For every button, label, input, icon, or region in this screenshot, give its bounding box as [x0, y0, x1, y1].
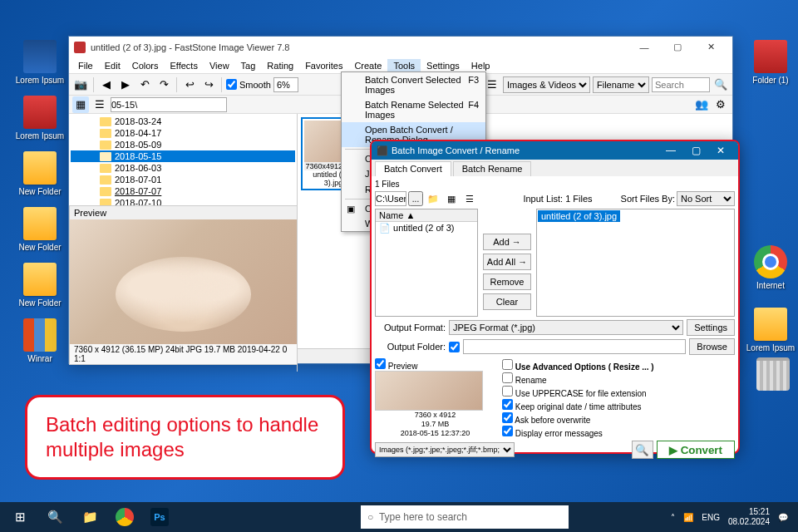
input-file-list[interactable]: untitled (2 of 3).jpg: [536, 209, 735, 317]
language-indicator[interactable]: ENG: [702, 513, 720, 522]
menu-colors[interactable]: Colors: [126, 59, 165, 72]
explorer-icon[interactable]: 📁: [73, 504, 106, 530]
desktop-icon-app[interactable]: Lorem Ipsum: [15, 40, 65, 85]
output-folder-input[interactable]: [463, 339, 686, 354]
folder-item[interactable]: 2018-07-01: [71, 174, 295, 185]
view-list-icon[interactable]: ☰: [484, 76, 500, 93]
view-icon[interactable]: ▦: [443, 190, 460, 207]
convert-button[interactable]: ▶ Convert: [657, 441, 735, 459]
menu-favorites[interactable]: Favorites: [299, 59, 348, 72]
folder-item[interactable]: 2018-03-24: [71, 116, 295, 127]
network-icon[interactable]: 📶: [683, 513, 693, 522]
menu-file[interactable]: File: [72, 59, 99, 72]
folder-item[interactable]: 2018-05-09: [71, 139, 295, 150]
dialog-close[interactable]: ✕: [708, 145, 733, 156]
notifications-icon[interactable]: 💬: [778, 513, 788, 522]
desktop-icon-trash[interactable]: [748, 357, 798, 393]
type-filter[interactable]: Images & Videos: [503, 76, 590, 93]
menu-batch-rename[interactable]: Batch Rename Selected ImagesF4: [342, 97, 485, 122]
smooth-value[interactable]: [273, 77, 298, 92]
desktop-icon-folder[interactable]: New Folder: [15, 151, 65, 196]
back-icon[interactable]: ◀: [98, 76, 115, 93]
desktop-icon-chrome[interactable]: Internet: [746, 245, 796, 290]
dialog-titlebar[interactable]: ⬛ Batch Image Convert / Rename — ▢ ✕: [372, 141, 738, 160]
menu-help[interactable]: Help: [466, 59, 496, 72]
folder-item-selected[interactable]: 2018-05-15: [71, 150, 295, 162]
close-button[interactable]: ✕: [694, 37, 727, 57]
desktop-icon-winrar[interactable]: Winrar: [15, 318, 65, 363]
dialog-maximize[interactable]: ▢: [683, 145, 708, 156]
tab-batch-convert[interactable]: Batch Convert: [375, 161, 451, 176]
desktop-icon-folder[interactable]: Lorem Ipsum: [15, 96, 65, 140]
tab-batch-rename[interactable]: Batch Rename: [453, 161, 532, 176]
chrome-icon[interactable]: [108, 504, 141, 530]
forward-icon[interactable]: ▶: [117, 76, 134, 93]
add-all-button[interactable]: Add All →: [483, 254, 531, 270]
photoshop-icon[interactable]: Ps: [143, 504, 176, 530]
list-icon[interactable]: ☰: [461, 190, 478, 207]
uppercase-checkbox[interactable]: Use UPPERCASE for file extension: [502, 386, 735, 398]
sort-select[interactable]: No Sort: [677, 191, 735, 206]
camera-icon[interactable]: 📷: [72, 76, 89, 93]
search-input[interactable]: [652, 77, 710, 92]
file-item[interactable]: 📄 untitled (2 of 3): [376, 222, 477, 234]
browse-button[interactable]: Browse: [689, 338, 735, 355]
settings-button[interactable]: Settings: [687, 319, 735, 336]
menu-settings[interactable]: Settings: [421, 59, 466, 72]
ask-overwrite-checkbox[interactable]: Ask before overwrite: [502, 412, 735, 425]
taskbar-search[interactable]: ○ Type here to search: [361, 505, 569, 529]
desktop-icon-folder[interactable]: New Folder: [15, 207, 65, 252]
display-errors-checkbox[interactable]: Display error messages: [502, 426, 735, 438]
menu-edit[interactable]: Edit: [99, 59, 126, 72]
rotate-right-icon[interactable]: ↷: [155, 76, 172, 93]
list-view-icon[interactable]: ☰: [91, 96, 108, 113]
maximize-button[interactable]: ▢: [661, 37, 694, 57]
source-file-list[interactable]: Name ▲ 📄 untitled (2 of 3): [375, 209, 478, 317]
folder-item[interactable]: 2018-07-07: [71, 185, 295, 197]
thumb-view-icon[interactable]: ▦: [72, 96, 89, 113]
minimize-button[interactable]: —: [628, 37, 661, 57]
folder-item[interactable]: 2018-06-03: [71, 162, 295, 174]
sort-by[interactable]: Filename: [593, 76, 649, 93]
advanced-checkbox[interactable]: Use Advanced Options ( Resize ... ): [502, 359, 735, 372]
titlebar[interactable]: untitled (2 of 3).jpg - FastStone Image …: [69, 37, 732, 57]
menu-tools[interactable]: Tools: [387, 59, 421, 72]
remove-button[interactable]: Remove: [483, 273, 531, 290]
output-folder-checkbox[interactable]: [449, 342, 460, 352]
file-filter-select[interactable]: Images (*.jpg;*.jpe;*.jpeg;*.jfif;*.bmp;: [375, 442, 515, 457]
undo-icon[interactable]: ↩: [181, 76, 198, 93]
clock[interactable]: 15:21 08.02.2024: [728, 507, 770, 527]
users-icon[interactable]: 👥: [693, 96, 710, 113]
browse-button[interactable]: ...: [408, 191, 423, 206]
search-button[interactable]: 🔍: [632, 441, 653, 459]
menu-rating[interactable]: Rating: [261, 59, 299, 72]
desktop-icon-folder[interactable]: Folder (1): [746, 40, 796, 85]
smooth-checkbox[interactable]: Smooth: [226, 79, 271, 90]
path-input[interactable]: [111, 97, 227, 112]
desktop-icon-folder[interactable]: New Folder: [15, 263, 65, 308]
search-icon[interactable]: 🔍: [712, 76, 729, 93]
folder-item[interactable]: 2018-04-17: [71, 127, 295, 139]
nav-icon[interactable]: 📁: [425, 190, 441, 207]
menu-tag[interactable]: Tag: [235, 59, 262, 72]
add-button[interactable]: Add →: [483, 234, 531, 250]
menu-create[interactable]: Create: [348, 59, 387, 72]
redo-icon[interactable]: ↪: [200, 76, 217, 93]
start-button[interactable]: ⊞: [3, 504, 37, 530]
path-input[interactable]: [375, 191, 406, 206]
menu-view[interactable]: View: [204, 59, 235, 72]
settings-icon[interactable]: ⚙: [712, 96, 729, 113]
keep-date-checkbox[interactable]: Keep original date / time attributes: [502, 399, 735, 411]
menu-batch-convert[interactable]: Batch Convert Selected ImagesF3: [342, 72, 485, 97]
chevron-up-icon[interactable]: ˄: [671, 513, 675, 522]
search-icon[interactable]: 🔍: [38, 504, 71, 530]
rename-checkbox[interactable]: Rename: [502, 372, 735, 385]
output-format-select[interactable]: JPEG Format (*.jpg): [449, 320, 683, 335]
rotate-left-icon[interactable]: ↶: [136, 76, 153, 93]
preview-checkbox[interactable]: Preview: [375, 362, 417, 371]
list-item[interactable]: untitled (2 of 3).jpg: [538, 210, 620, 222]
menu-effects[interactable]: Effects: [165, 59, 204, 72]
desktop-icon-folder[interactable]: Lorem Ipsum: [746, 308, 796, 352]
clear-button[interactable]: Clear: [483, 293, 531, 310]
dialog-minimize[interactable]: —: [658, 145, 683, 156]
